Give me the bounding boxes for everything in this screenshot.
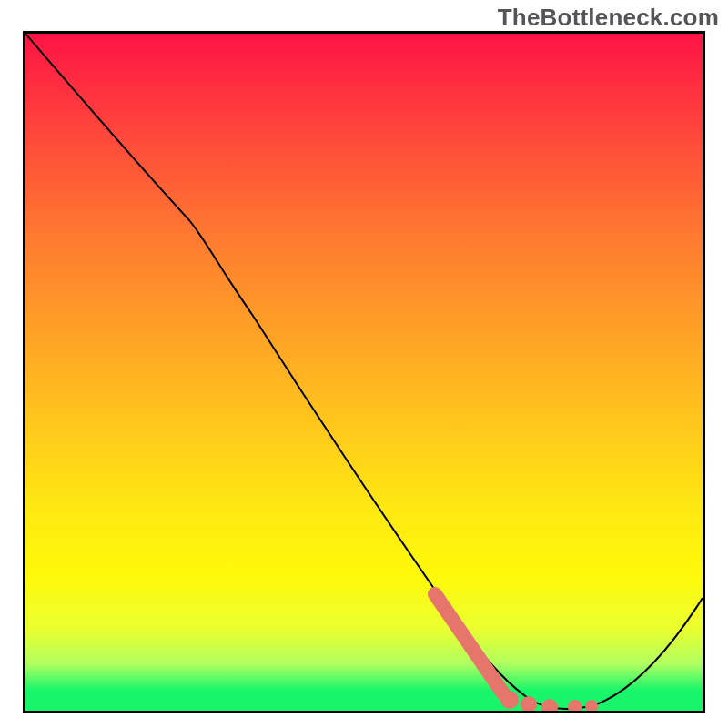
highlight-dot-4 bbox=[568, 700, 582, 711]
bottleneck-curve bbox=[25, 34, 703, 709]
highlight-dot-3 bbox=[541, 699, 558, 711]
highlight-slope bbox=[435, 594, 503, 693]
highlight-dot-2 bbox=[521, 696, 537, 711]
highlight-dot-1 bbox=[500, 691, 519, 709]
chart-container: { "watermark": "TheBottleneck.com", "cha… bbox=[0, 0, 728, 728]
watermark-text: TheBottleneck.com bbox=[498, 4, 719, 32]
curve-layer bbox=[25, 34, 703, 711]
highlight-dot-5 bbox=[585, 700, 598, 711]
plot-area bbox=[23, 31, 705, 713]
